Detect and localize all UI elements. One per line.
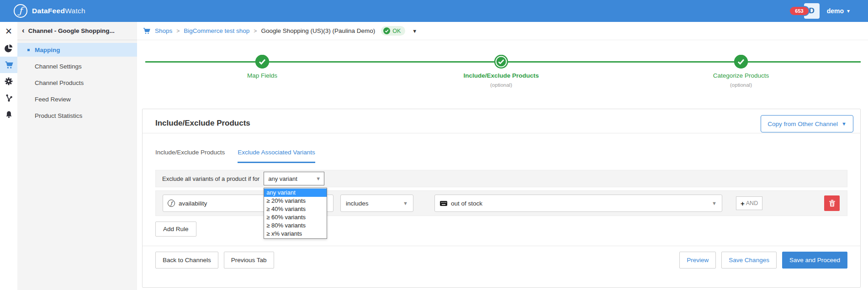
chevron-left-icon: ‹ <box>22 26 25 34</box>
sidebar-header-title: Channel - Google Shopping... <box>28 27 115 34</box>
breadcrumb-shops-link[interactable]: Shops <box>155 27 172 34</box>
step-label-map-fields[interactable]: Map Fields <box>247 72 277 79</box>
sidebar-item-label: Product Statistics <box>35 112 82 119</box>
bell-icon <box>5 110 13 119</box>
tab-exclude-associated-variants[interactable]: Exclude Associated Variants <box>238 149 315 163</box>
brand[interactable]: ƒ DataFeedWatch <box>14 4 85 18</box>
previous-tab-button[interactable]: Previous Tab <box>224 252 274 269</box>
rule-operator-select[interactable]: includes ▼ <box>340 195 413 212</box>
page-title: Include/Exclude Products <box>155 115 250 128</box>
variant-option[interactable]: ≥ 40% variants <box>264 205 327 213</box>
step-check-map-fields[interactable] <box>255 55 269 69</box>
status-badge-label: OK <box>392 28 401 34</box>
plus-icon: + <box>741 200 745 207</box>
variant-option[interactable]: ≥ 80% variants <box>264 221 327 230</box>
sidebar-item-feed-review[interactable]: Feed Review <box>17 92 137 106</box>
check-circle-icon <box>255 55 269 69</box>
brand-light: Watch <box>65 7 85 15</box>
notification-count-badge[interactable]: 653 <box>790 7 808 15</box>
rule-value-text: out of stock <box>451 200 482 207</box>
variant-threshold-select[interactable]: any variant ▼ <box>264 172 324 185</box>
variant-option[interactable]: any variant <box>264 189 327 197</box>
rail-item-channels[interactable] <box>0 57 17 73</box>
rule-value-select[interactable]: out of stock ▼ <box>434 195 722 212</box>
step-check-include-exclude[interactable] <box>494 55 508 69</box>
icon-rail: ✕ <box>0 22 17 290</box>
shell: ✕ ‹ Channel - Google Shopping... <box>0 22 868 290</box>
user-menu[interactable]: 653 D demo ▾ <box>790 3 850 19</box>
topbar: ƒ DataFeedWatch 653 D demo ▾ <box>0 0 868 22</box>
card-footer: Back to Channels Previous Tab Preview Sa… <box>143 246 860 269</box>
chevron-down-icon: ▼ <box>316 176 321 181</box>
step-check-categorize[interactable] <box>734 55 748 69</box>
variant-select-wrap: any variant ▼ any variant ≥ 20% variants… <box>264 172 324 185</box>
rule-field-value: availability <box>179 200 207 207</box>
rail-item-statistics[interactable] <box>0 40 17 57</box>
chevron-down-icon: ▼ <box>842 121 847 127</box>
add-rule-button[interactable]: Add Rule <box>155 221 196 237</box>
branch-icon <box>5 94 13 102</box>
add-and-condition-button[interactable]: + AND <box>736 196 762 210</box>
step-label-categorize[interactable]: Categorize Products <box>713 72 769 79</box>
status-badge: OK <box>381 26 405 36</box>
trash-icon <box>829 200 836 207</box>
step-sublabel: (optional) <box>730 82 752 88</box>
chevron-down-icon: ▾ <box>847 8 850 14</box>
variant-option[interactable]: ≥ x% variants <box>264 230 327 238</box>
copy-from-other-channel-button[interactable]: Copy from Other Channel ▼ <box>761 115 853 132</box>
tab-include-exclude-products[interactable]: Include/Exclude Products <box>155 149 225 163</box>
check-circle-icon <box>383 27 390 34</box>
rule-row: ƒ availability includes ▼ out of stock ▼ <box>155 190 847 216</box>
rail-item-notifications[interactable] <box>0 106 17 122</box>
sidebar-item-channel-products[interactable]: Channel Products <box>17 76 137 90</box>
breadcrumb-caret-icon[interactable]: ▼ <box>412 28 417 34</box>
close-icon: ✕ <box>5 26 12 37</box>
sidebar-item-mapping[interactable]: Mapping <box>17 43 137 57</box>
preview-button[interactable]: Preview <box>679 252 716 269</box>
rail-item-connections[interactable] <box>0 90 17 106</box>
copy-button-label: Copy from Other Channel <box>767 121 838 127</box>
rule-condition-label: Exclude all variants of a product if for <box>162 175 259 182</box>
check-circle-active-icon <box>494 55 508 69</box>
variant-option[interactable]: ≥ 60% variants <box>264 213 327 221</box>
rail-item-settings[interactable] <box>0 73 17 90</box>
delete-rule-button[interactable] <box>824 195 840 211</box>
keyboard-icon <box>440 201 447 206</box>
save-changes-button[interactable]: Save Changes <box>721 252 777 269</box>
back-to-channels-button[interactable]: Back to Channels <box>155 252 218 269</box>
datafeedwatch-field-icon: ƒ <box>168 200 175 207</box>
breadcrumb: Shops > BigCommerce test shop > Google S… <box>137 22 868 40</box>
sidebar-item-channel-settings[interactable]: Channel Settings <box>17 59 137 73</box>
chevron-down-icon: ▼ <box>403 201 408 206</box>
and-label: AND <box>746 200 758 206</box>
sidebar-item-product-statistics[interactable]: Product Statistics <box>17 109 137 122</box>
main-content: Shops > BigCommerce test shop > Google S… <box>137 22 868 290</box>
step-label-include-exclude[interactable]: Include/Exclude Products <box>463 72 539 79</box>
sidebar-menu: Mapping Channel Settings Channel Product… <box>17 40 137 125</box>
sidebar: ‹ Channel - Google Shopping... Mapping C… <box>17 22 137 290</box>
variant-select-dropdown: any variant ≥ 20% variants ≥ 40% variant… <box>264 188 327 239</box>
sidebar-close-button[interactable]: ✕ <box>0 22 17 40</box>
breadcrumb-separator: > <box>176 28 180 34</box>
shops-cart-icon <box>143 27 151 35</box>
sidebar-item-label: Channel Settings <box>35 63 82 70</box>
active-bullet-icon <box>27 49 30 51</box>
rule-condition-bar: Exclude all variants of a product if for… <box>155 170 847 187</box>
gear-icon <box>4 77 13 86</box>
sidebar-header[interactable]: ‹ Channel - Google Shopping... <box>17 22 137 40</box>
save-and-proceed-button[interactable]: Save and Proceed <box>782 252 847 269</box>
rule-operator-value: includes <box>346 200 369 207</box>
sidebar-item-label: Mapping <box>35 47 60 53</box>
shopping-cart-icon <box>4 60 14 70</box>
step-sublabel: (optional) <box>490 82 512 88</box>
chevron-down-icon: ▼ <box>712 201 717 206</box>
username: demo <box>827 7 844 15</box>
breadcrumb-separator: > <box>254 28 257 34</box>
include-exclude-card: Include/Exclude Products Copy from Other… <box>142 109 861 288</box>
tabs: Include/Exclude Products Exclude Associa… <box>143 133 860 163</box>
variant-option[interactable]: ≥ 20% variants <box>264 197 327 205</box>
variant-select-value: any variant <box>268 175 297 182</box>
breadcrumb-shop-link[interactable]: BigCommerce test shop <box>184 27 249 34</box>
app: ƒ DataFeedWatch 653 D demo ▾ ✕ <box>0 0 868 290</box>
datafeedwatch-logo-icon: ƒ <box>14 4 27 18</box>
